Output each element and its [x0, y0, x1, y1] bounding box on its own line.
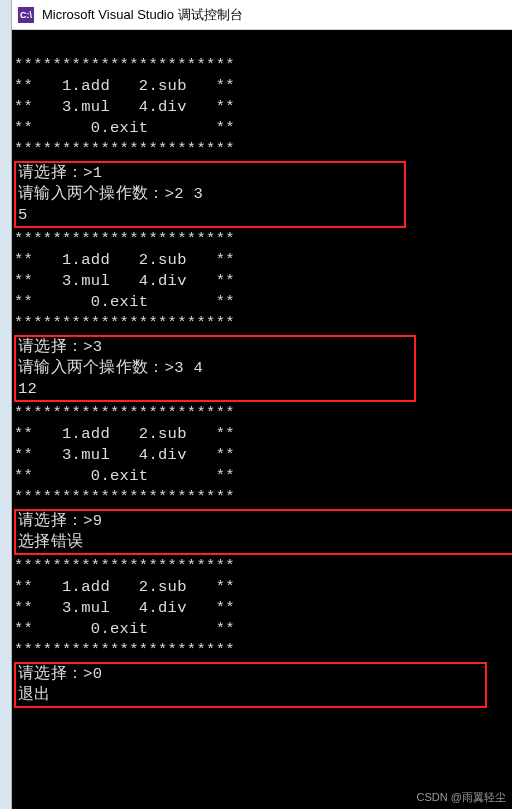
- menu-row-2: ** 3.mul 4.div **: [14, 98, 235, 116]
- menu-border: ***********************: [14, 557, 235, 575]
- prompt-choice: 请选择：>0: [18, 664, 483, 685]
- session-4-highlight: 请选择：>0退出: [14, 662, 487, 708]
- menu-border: ***********************: [14, 314, 235, 332]
- left-gutter: [0, 0, 12, 809]
- menu-row-3: ** 0.exit **: [14, 119, 235, 137]
- menu-border: ***********************: [14, 488, 235, 506]
- menu-row-2: ** 3.mul 4.div **: [14, 272, 235, 290]
- menu-row-2: ** 3.mul 4.div **: [14, 446, 235, 464]
- menu-row-3: ** 0.exit **: [14, 293, 235, 311]
- vs-console-icon: C:\: [18, 7, 34, 23]
- menu-border: ***********************: [14, 140, 235, 158]
- menu-border: ***********************: [14, 56, 235, 74]
- menu-row-1: ** 1.add 2.sub **: [14, 77, 235, 95]
- exit-msg: 退出: [18, 685, 483, 706]
- prompt-choice: 请选择：>1: [18, 163, 402, 184]
- prompt-choice: 请选择：>3: [18, 337, 412, 358]
- session-1-highlight: 请选择：>1请输入两个操作数：>2 35: [14, 161, 406, 228]
- menu-border: ***********************: [14, 404, 235, 422]
- prompt-operands: 请输入两个操作数：>3 4: [18, 358, 412, 379]
- prompt-operands: 请输入两个操作数：>2 3: [18, 184, 402, 205]
- menu-row-3: ** 0.exit **: [14, 467, 235, 485]
- error-msg: 选择错误: [18, 532, 512, 553]
- menu-border: ***********************: [14, 641, 235, 659]
- window-titlebar: C:\ Microsoft Visual Studio 调试控制台: [12, 0, 512, 30]
- prompt-choice: 请选择：>9: [18, 511, 512, 532]
- menu-row-2: ** 3.mul 4.div **: [14, 599, 235, 617]
- menu-row-3: ** 0.exit **: [14, 620, 235, 638]
- menu-row-1: ** 1.add 2.sub **: [14, 251, 235, 269]
- session-3-highlight: 请选择：>9选择错误: [14, 509, 512, 555]
- menu-row-1: ** 1.add 2.sub **: [14, 578, 235, 596]
- result: 12: [18, 379, 412, 400]
- debug-console[interactable]: *********************** ** 1.add 2.sub *…: [12, 30, 512, 809]
- window-title: Microsoft Visual Studio 调试控制台: [42, 6, 243, 24]
- session-2-highlight: 请选择：>3请输入两个操作数：>3 412: [14, 335, 416, 402]
- csdn-watermark: CSDN @雨翼轻尘: [417, 790, 506, 805]
- menu-border: ***********************: [14, 230, 235, 248]
- result: 5: [18, 205, 402, 226]
- menu-row-1: ** 1.add 2.sub **: [14, 425, 235, 443]
